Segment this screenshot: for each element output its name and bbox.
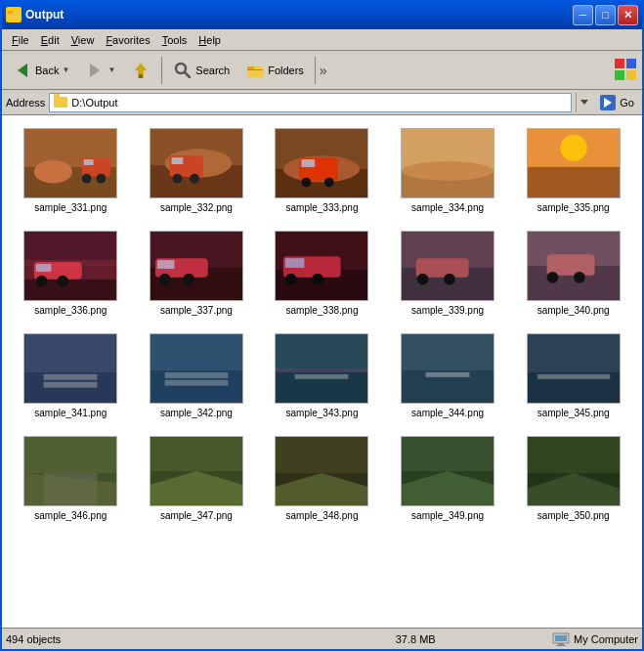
file-item[interactable]: sample_331.png [10,123,132,218]
file-thumbnail [23,231,117,301]
file-item[interactable]: sample_346.png [10,431,132,526]
address-folder-icon [54,97,67,108]
svg-point-70 [574,272,585,283]
file-item[interactable]: sample_341.png [10,328,132,423]
file-name: sample_341.png [34,408,107,418]
svg-rect-77 [165,372,229,378]
address-input-wrap[interactable]: D:\Output [49,93,572,112]
svg-point-64 [417,274,429,285]
file-item[interactable]: sample_340.png [512,226,634,321]
file-name: sample_349.png [411,510,484,521]
svg-point-41 [560,135,586,161]
windows-flag [613,57,638,84]
file-name: sample_333.png [286,202,359,213]
more-chevron: » [320,63,327,78]
folders-icon [245,61,265,80]
menu-item-view[interactable]: View [65,32,101,48]
search-button[interactable]: Search [166,55,236,86]
svg-point-53 [159,274,171,285]
back-button[interactable]: Back ▼ [6,55,76,86]
file-item[interactable]: sample_348.png [261,431,383,526]
svg-rect-1 [8,11,13,14]
svg-point-54 [183,274,194,285]
svg-rect-107 [558,643,564,645]
file-item[interactable]: sample_335.png [512,123,634,218]
minimize-button[interactable]: ─ [573,5,593,25]
svg-rect-11 [615,70,624,80]
svg-rect-80 [276,369,367,403]
svg-rect-73 [44,374,98,380]
file-item[interactable]: sample_337.png [136,226,258,321]
file-item[interactable]: sample_344.png [387,328,509,423]
file-item[interactable]: sample_332.png [136,123,258,218]
svg-rect-9 [615,59,624,68]
file-item[interactable]: sample_343.png [261,328,383,423]
file-item[interactable]: sample_345.png [512,328,634,423]
file-name: sample_343.png [286,408,359,418]
svg-line-5 [185,72,190,77]
address-path: D:\Output [71,97,567,108]
file-name: sample_344.png [411,408,484,418]
menu-item-favorites[interactable]: Favorites [100,32,155,48]
svg-point-60 [313,274,324,285]
file-thumbnail [275,231,368,301]
svg-rect-8 [247,69,263,70]
status-bar: 494 objects 37.8 MB My Computer [2,628,642,649]
svg-rect-78 [165,380,229,386]
forward-button[interactable]: ▼ [78,55,122,86]
status-computer: My Computer [552,632,638,646]
file-item[interactable]: sample_339.png [387,226,509,321]
maximize-button[interactable]: □ [595,5,616,25]
file-name: sample_334.png [411,202,484,213]
menu-item-edit[interactable]: Edit [35,32,65,48]
svg-rect-40 [528,167,620,197]
file-item[interactable]: sample_349.png [387,431,509,526]
file-item[interactable]: sample_350.png [512,431,634,526]
file-thumbnail [23,128,117,198]
svg-rect-108 [556,645,566,646]
svg-point-27 [172,174,182,184]
folders-button[interactable]: Folders [238,55,311,86]
svg-point-34 [302,178,312,188]
close-button[interactable]: ✕ [618,5,638,25]
svg-rect-33 [302,159,316,167]
svg-rect-74 [44,382,98,388]
file-name: sample_337.png [160,305,233,316]
svg-rect-106 [555,635,567,641]
file-name: sample_350.png [537,510,610,521]
file-item[interactable]: sample_342.png [136,328,258,423]
file-name: sample_346.png [34,510,107,521]
menu-item-file[interactable]: File [6,32,35,48]
file-thumbnail [527,128,621,198]
menu-item-tools[interactable]: Tools [156,32,193,48]
file-item[interactable]: sample_338.png [261,226,383,321]
file-item[interactable]: sample_333.png [261,123,383,218]
menu-item-help[interactable]: Help [193,32,227,48]
file-name: sample_342.png [160,408,233,418]
forward-chevron: ▼ [107,65,115,74]
svg-rect-88 [537,374,609,379]
file-thumbnail [275,128,368,198]
file-name: sample_348.png [286,510,359,521]
file-grid: sample_331.pngsample_332.pngsample_333.p… [10,123,634,526]
svg-point-20 [82,174,92,184]
file-item[interactable]: sample_334.png [387,123,509,218]
svg-rect-12 [626,70,636,80]
file-thumbnail [23,436,117,506]
file-area[interactable]: sample_331.pngsample_332.pngsample_333.p… [2,115,642,628]
address-dropdown[interactable] [576,93,591,112]
file-name: sample_347.png [160,510,233,521]
file-item[interactable]: sample_347.png [136,431,258,526]
search-label: Search [195,65,230,76]
svg-point-65 [444,274,455,285]
file-thumbnail [275,333,368,404]
file-thumbnail [150,333,243,404]
folders-label: Folders [268,65,304,76]
back-chevron: ▼ [62,65,69,74]
svg-rect-46 [36,264,52,272]
file-item[interactable]: sample_336.png [10,226,132,321]
file-thumbnail [23,333,117,404]
file-thumbnail [527,231,621,301]
go-button[interactable]: Go [595,94,638,111]
up-button[interactable] [124,55,157,86]
